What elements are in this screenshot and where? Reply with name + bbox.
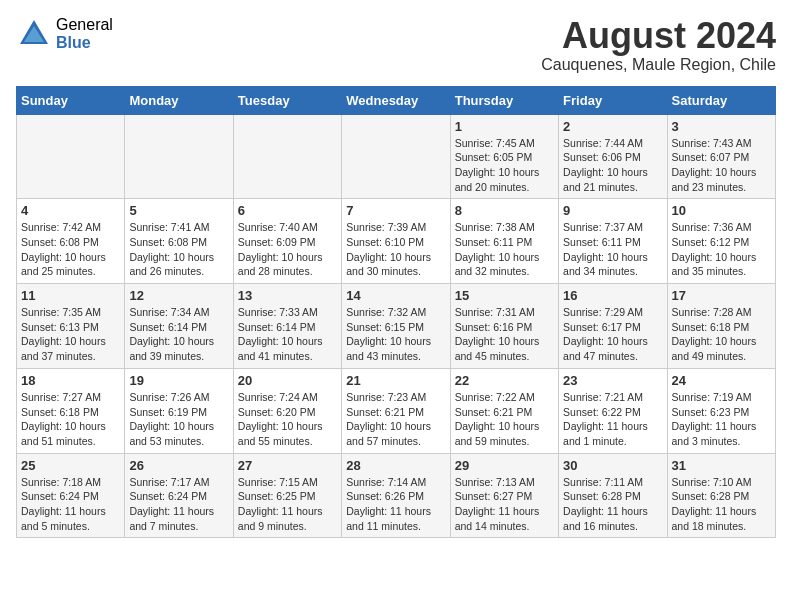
calendar-cell: 13Sunrise: 7:33 AM Sunset: 6:14 PM Dayli… [233,284,341,369]
calendar-cell: 17Sunrise: 7:28 AM Sunset: 6:18 PM Dayli… [667,284,775,369]
day-number: 22 [455,373,554,388]
calendar-cell: 15Sunrise: 7:31 AM Sunset: 6:16 PM Dayli… [450,284,558,369]
weekday-header: Tuesday [233,86,341,114]
day-info: Sunrise: 7:31 AM Sunset: 6:16 PM Dayligh… [455,305,554,364]
logo-general: General [56,16,113,34]
calendar-table: SundayMondayTuesdayWednesdayThursdayFrid… [16,86,776,539]
day-info: Sunrise: 7:23 AM Sunset: 6:21 PM Dayligh… [346,390,445,449]
calendar-cell: 26Sunrise: 7:17 AM Sunset: 6:24 PM Dayli… [125,453,233,538]
calendar-cell: 23Sunrise: 7:21 AM Sunset: 6:22 PM Dayli… [559,368,667,453]
calendar-cell: 11Sunrise: 7:35 AM Sunset: 6:13 PM Dayli… [17,284,125,369]
day-number: 1 [455,119,554,134]
calendar-cell: 5Sunrise: 7:41 AM Sunset: 6:08 PM Daylig… [125,199,233,284]
calendar-header-row: SundayMondayTuesdayWednesdayThursdayFrid… [17,86,776,114]
day-info: Sunrise: 7:21 AM Sunset: 6:22 PM Dayligh… [563,390,662,449]
month-year: August 2024 [541,16,776,56]
day-info: Sunrise: 7:39 AM Sunset: 6:10 PM Dayligh… [346,220,445,279]
calendar-cell [342,114,450,199]
day-number: 12 [129,288,228,303]
day-number: 20 [238,373,337,388]
day-info: Sunrise: 7:36 AM Sunset: 6:12 PM Dayligh… [672,220,771,279]
day-info: Sunrise: 7:28 AM Sunset: 6:18 PM Dayligh… [672,305,771,364]
day-info: Sunrise: 7:34 AM Sunset: 6:14 PM Dayligh… [129,305,228,364]
day-number: 5 [129,203,228,218]
calendar-cell: 31Sunrise: 7:10 AM Sunset: 6:28 PM Dayli… [667,453,775,538]
day-number: 2 [563,119,662,134]
logo-text: General Blue [56,16,113,51]
calendar-cell: 19Sunrise: 7:26 AM Sunset: 6:19 PM Dayli… [125,368,233,453]
calendar-cell: 16Sunrise: 7:29 AM Sunset: 6:17 PM Dayli… [559,284,667,369]
calendar-cell: 10Sunrise: 7:36 AM Sunset: 6:12 PM Dayli… [667,199,775,284]
calendar-cell: 30Sunrise: 7:11 AM Sunset: 6:28 PM Dayli… [559,453,667,538]
calendar-cell: 4Sunrise: 7:42 AM Sunset: 6:08 PM Daylig… [17,199,125,284]
day-number: 17 [672,288,771,303]
day-info: Sunrise: 7:35 AM Sunset: 6:13 PM Dayligh… [21,305,120,364]
day-number: 3 [672,119,771,134]
day-info: Sunrise: 7:40 AM Sunset: 6:09 PM Dayligh… [238,220,337,279]
day-info: Sunrise: 7:13 AM Sunset: 6:27 PM Dayligh… [455,475,554,534]
day-number: 9 [563,203,662,218]
day-info: Sunrise: 7:19 AM Sunset: 6:23 PM Dayligh… [672,390,771,449]
day-info: Sunrise: 7:41 AM Sunset: 6:08 PM Dayligh… [129,220,228,279]
day-number: 27 [238,458,337,473]
day-number: 23 [563,373,662,388]
calendar-cell: 22Sunrise: 7:22 AM Sunset: 6:21 PM Dayli… [450,368,558,453]
weekday-header: Wednesday [342,86,450,114]
calendar-cell: 8Sunrise: 7:38 AM Sunset: 6:11 PM Daylig… [450,199,558,284]
day-number: 21 [346,373,445,388]
calendar-cell: 21Sunrise: 7:23 AM Sunset: 6:21 PM Dayli… [342,368,450,453]
day-info: Sunrise: 7:42 AM Sunset: 6:08 PM Dayligh… [21,220,120,279]
weekday-header: Friday [559,86,667,114]
calendar-week-row: 25Sunrise: 7:18 AM Sunset: 6:24 PM Dayli… [17,453,776,538]
day-info: Sunrise: 7:15 AM Sunset: 6:25 PM Dayligh… [238,475,337,534]
day-number: 15 [455,288,554,303]
calendar-cell: 3Sunrise: 7:43 AM Sunset: 6:07 PM Daylig… [667,114,775,199]
calendar-cell: 14Sunrise: 7:32 AM Sunset: 6:15 PM Dayli… [342,284,450,369]
calendar-week-row: 1Sunrise: 7:45 AM Sunset: 6:05 PM Daylig… [17,114,776,199]
calendar-cell: 27Sunrise: 7:15 AM Sunset: 6:25 PM Dayli… [233,453,341,538]
day-info: Sunrise: 7:18 AM Sunset: 6:24 PM Dayligh… [21,475,120,534]
logo-icon [16,16,52,52]
calendar-week-row: 11Sunrise: 7:35 AM Sunset: 6:13 PM Dayli… [17,284,776,369]
day-info: Sunrise: 7:43 AM Sunset: 6:07 PM Dayligh… [672,136,771,195]
day-info: Sunrise: 7:11 AM Sunset: 6:28 PM Dayligh… [563,475,662,534]
day-number: 29 [455,458,554,473]
day-info: Sunrise: 7:24 AM Sunset: 6:20 PM Dayligh… [238,390,337,449]
calendar-cell: 2Sunrise: 7:44 AM Sunset: 6:06 PM Daylig… [559,114,667,199]
day-number: 10 [672,203,771,218]
day-number: 25 [21,458,120,473]
day-number: 30 [563,458,662,473]
calendar-cell: 28Sunrise: 7:14 AM Sunset: 6:26 PM Dayli… [342,453,450,538]
day-info: Sunrise: 7:44 AM Sunset: 6:06 PM Dayligh… [563,136,662,195]
day-info: Sunrise: 7:17 AM Sunset: 6:24 PM Dayligh… [129,475,228,534]
day-info: Sunrise: 7:26 AM Sunset: 6:19 PM Dayligh… [129,390,228,449]
weekday-header: Thursday [450,86,558,114]
weekday-header: Monday [125,86,233,114]
calendar-week-row: 4Sunrise: 7:42 AM Sunset: 6:08 PM Daylig… [17,199,776,284]
day-number: 18 [21,373,120,388]
day-info: Sunrise: 7:37 AM Sunset: 6:11 PM Dayligh… [563,220,662,279]
title-section: August 2024 Cauquenes, Maule Region, Chi… [541,16,776,74]
calendar-cell: 25Sunrise: 7:18 AM Sunset: 6:24 PM Dayli… [17,453,125,538]
day-number: 28 [346,458,445,473]
calendar-cell: 20Sunrise: 7:24 AM Sunset: 6:20 PM Dayli… [233,368,341,453]
logo-blue-text: Blue [56,34,113,52]
day-info: Sunrise: 7:45 AM Sunset: 6:05 PM Dayligh… [455,136,554,195]
calendar-cell: 12Sunrise: 7:34 AM Sunset: 6:14 PM Dayli… [125,284,233,369]
calendar-week-row: 18Sunrise: 7:27 AM Sunset: 6:18 PM Dayli… [17,368,776,453]
day-number: 6 [238,203,337,218]
calendar-cell: 7Sunrise: 7:39 AM Sunset: 6:10 PM Daylig… [342,199,450,284]
calendar-cell: 18Sunrise: 7:27 AM Sunset: 6:18 PM Dayli… [17,368,125,453]
calendar-cell [125,114,233,199]
day-number: 16 [563,288,662,303]
location: Cauquenes, Maule Region, Chile [541,56,776,74]
weekday-header: Sunday [17,86,125,114]
logo: General Blue [16,16,113,52]
calendar-cell: 1Sunrise: 7:45 AM Sunset: 6:05 PM Daylig… [450,114,558,199]
calendar-cell [233,114,341,199]
day-info: Sunrise: 7:32 AM Sunset: 6:15 PM Dayligh… [346,305,445,364]
day-number: 7 [346,203,445,218]
day-info: Sunrise: 7:38 AM Sunset: 6:11 PM Dayligh… [455,220,554,279]
weekday-header: Saturday [667,86,775,114]
header: General Blue August 2024 Cauquenes, Maul… [16,16,776,74]
